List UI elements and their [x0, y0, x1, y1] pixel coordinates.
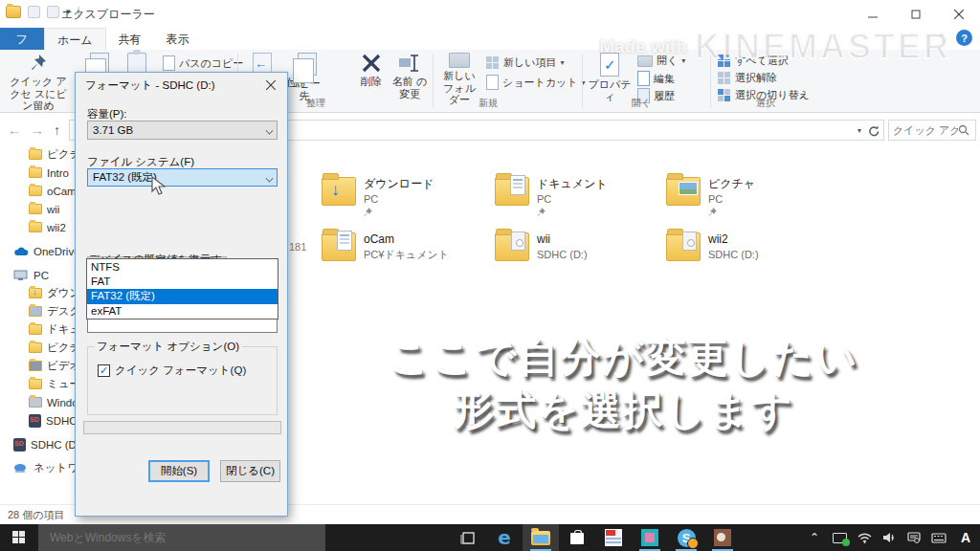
back-icon[interactable]: ← [8, 122, 21, 138]
properties-icon [600, 53, 619, 77]
wii-folder-icon [495, 232, 529, 261]
refresh-icon[interactable] [867, 124, 880, 137]
ime-indicator[interactable]: A [951, 530, 980, 545]
search-icon [958, 124, 969, 136]
filesystem-combobox[interactable]: FAT32 (既定) [87, 168, 278, 187]
format-progress-bar [83, 421, 281, 434]
folder-icon [29, 149, 42, 160]
tile-documents[interactable]: ドキュメントPC [495, 177, 662, 221]
tray-notifications-button[interactable] [902, 532, 926, 543]
qat-properties-icon[interactable] [28, 6, 40, 18]
group-label-select: 選択 [737, 97, 794, 110]
checkbox-checked-icon[interactable]: ✓ [98, 364, 110, 377]
folder-icon [29, 186, 42, 196]
tray-wifi-button[interactable] [852, 533, 877, 543]
pin-quick-access-button[interactable]: クイック アクセ スにピン留め [6, 53, 71, 112]
safely-remove-icon [833, 533, 847, 543]
ocam-app-icon [714, 529, 731, 546]
downloads-folder-icon: ↓ [322, 177, 356, 206]
explorer-search-box[interactable] [888, 120, 976, 141]
explorer-search-input[interactable] [893, 124, 958, 136]
taskbar-photos-button[interactable] [632, 524, 668, 551]
copy-to-button[interactable]: コピー先 [283, 53, 325, 101]
tray-keyboard-button[interactable] [926, 533, 951, 543]
start-button[interactable] [0, 524, 38, 551]
minimize-button[interactable] [851, 0, 894, 28]
shortcut-button[interactable]: ショートカット▾ [486, 75, 586, 90]
taskbar-ocam-button[interactable] [704, 524, 741, 551]
network-icon [13, 463, 29, 474]
taskbar-skype-button[interactable]: S [668, 524, 704, 551]
dialog-close-button[interactable] [255, 73, 287, 98]
folder-icon [29, 204, 42, 214]
folder-icon [29, 342, 42, 353]
tile-downloads[interactable]: ↓ ダウンロードPC [322, 177, 489, 221]
open-button[interactable]: 開く▾ [637, 54, 685, 68]
address-dropdown-icon[interactable]: ▾ [858, 126, 861, 135]
folder-icon [29, 306, 42, 317]
tile-wii2[interactable]: wii2SDHC (D:) [666, 232, 834, 276]
tab-file[interactable]: ファイル [0, 28, 44, 50]
quick-format-row[interactable]: ✓ クイック フォーマット(Q) [98, 364, 246, 378]
option-ntfs[interactable]: NTFS [87, 259, 278, 275]
tile-ocam[interactable]: oCamPC¥ドキュメント [322, 232, 489, 276]
help-icon[interactable]: ? [956, 30, 972, 46]
tab-home[interactable]: ホーム [44, 28, 106, 50]
taskbar-explorer-button[interactable] [523, 524, 559, 551]
taskbar-search-input[interactable] [50, 531, 299, 544]
qat-newfolder-icon[interactable] [47, 6, 59, 18]
forward-icon[interactable]: → [31, 122, 44, 138]
maximize-button[interactable] [894, 0, 937, 28]
quick-format-label: クイック フォーマット(Q) [115, 364, 246, 378]
copy-path-button[interactable]: パスのコピー [163, 55, 243, 71]
taskbar-edge-button[interactable]: e [486, 524, 523, 551]
option-exfat[interactable]: exFAT [87, 304, 278, 320]
tab-view[interactable]: 表示 [154, 28, 202, 50]
task-view-icon [460, 532, 477, 544]
tray-expand-button[interactable]: ⌃ [802, 531, 827, 544]
option-fat32-selected[interactable]: FAT32 (既定) [87, 289, 278, 304]
file-explorer-icon [531, 531, 550, 545]
ocam-folder-icon [322, 232, 356, 261]
open-icon [637, 55, 653, 67]
edge-icon: e [498, 526, 511, 549]
start-button[interactable]: 開始(S) [148, 460, 210, 482]
properties-button[interactable]: プロパティ [588, 53, 632, 102]
format-dialog: フォーマット - SDHC (D:) 容量(P): 3.71 GB ファイル シ… [75, 72, 288, 517]
pin-icon [537, 208, 546, 216]
tile-pictures[interactable]: ピクチャPC [666, 177, 834, 221]
delete-button[interactable]: 削除 [354, 53, 389, 88]
edit-button[interactable]: 編集 [637, 71, 675, 86]
select-all-button[interactable]: すべて選択 [718, 54, 789, 68]
select-none-button[interactable]: 選択解除 [718, 71, 777, 85]
tray-hardware-button[interactable] [827, 533, 852, 543]
taskbar-news-button[interactable] [595, 524, 632, 551]
up-icon[interactable]: ↑ [54, 122, 60, 138]
news-icon [605, 529, 622, 546]
taskbar-search-box[interactable] [38, 524, 325, 551]
option-fat[interactable]: FAT [87, 275, 278, 290]
group-label-organize: 整理 [287, 97, 345, 110]
onedrive-cloud-icon [13, 246, 29, 256]
message-icon [907, 532, 921, 543]
taskbar-store-button[interactable] [559, 524, 595, 551]
close-button[interactable] [937, 0, 980, 28]
system-tray: ⌃ A [802, 524, 980, 551]
tab-share[interactable]: 共有 [106, 28, 154, 50]
close-dialog-button[interactable]: 閉じる(C) [220, 460, 280, 482]
select-all-icon [718, 55, 731, 68]
capacity-combobox[interactable]: 3.71 GB [87, 121, 278, 140]
keyboard-icon [931, 533, 947, 543]
new-item-button[interactable]: 新しい項目▾ [486, 55, 565, 70]
format-options-group: フォーマット オプション(O) ✓ クイック フォーマット(Q) [87, 346, 278, 415]
pin-icon [708, 208, 717, 216]
drive-icon [29, 397, 42, 408]
tray-volume-button[interactable] [877, 532, 902, 543]
rename-button[interactable]: 名前 の変更 [390, 53, 429, 99]
tile-wii[interactable]: wiiSDHC (D:) [495, 232, 662, 276]
wii2-folder-icon [666, 232, 701, 261]
documents-folder-icon [495, 177, 529, 206]
task-view-button[interactable] [450, 524, 486, 551]
pin-icon [364, 208, 372, 216]
collapse-ribbon-icon[interactable]: ⌃ [938, 32, 947, 44]
